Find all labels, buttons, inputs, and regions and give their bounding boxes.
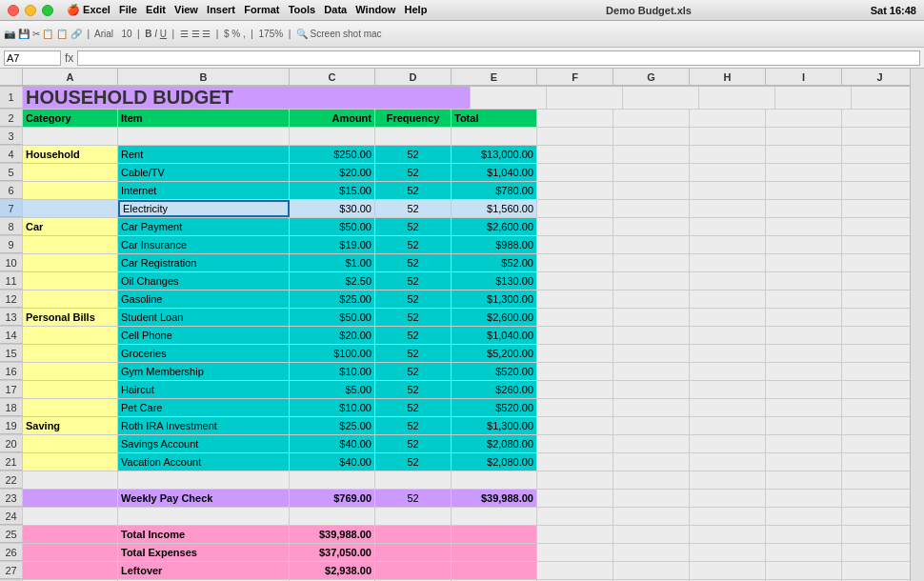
cell-16e[interactable]: $520.00 (452, 363, 537, 380)
col-header-g[interactable]: G (613, 69, 690, 86)
cell-5g[interactable] (613, 164, 690, 181)
cell-15d[interactable]: 52 (375, 345, 452, 362)
title-cell[interactable]: HOUSEHOLD BUDGET (23, 87, 471, 109)
cell-19c[interactable]: $25.00 (290, 417, 375, 434)
cell-13j[interactable] (842, 309, 910, 326)
cell-10h[interactable] (690, 254, 766, 271)
cell-20j[interactable] (842, 435, 910, 452)
cell-27c[interactable]: $2,938.00 (290, 562, 375, 579)
cell-13g[interactable] (613, 309, 690, 326)
cell-19j[interactable] (842, 417, 910, 434)
cell-11h[interactable] (690, 272, 766, 290)
cell-18e[interactable]: $520.00 (452, 399, 537, 416)
cell-7j[interactable] (842, 200, 910, 217)
cell-5f[interactable] (537, 164, 613, 181)
cell-22d[interactable] (375, 471, 452, 489)
cell-18i[interactable] (766, 399, 842, 416)
cell-27b[interactable]: Leftover (118, 562, 290, 579)
cell-2h[interactable] (690, 110, 766, 127)
cell-19f[interactable] (537, 417, 613, 434)
cell-7a[interactable] (23, 200, 118, 217)
cell-14d[interactable]: 52 (375, 327, 452, 344)
col-header-f[interactable]: F (537, 69, 613, 86)
cell-11a[interactable] (23, 272, 118, 290)
cell-13b[interactable]: Student Loan (118, 309, 290, 326)
cell-17b[interactable]: Haircut (118, 381, 290, 398)
cell-16i[interactable] (766, 363, 842, 380)
cell-18b[interactable]: Pet Care (118, 399, 290, 416)
cell-5b[interactable]: Cable/TV (118, 164, 290, 181)
cell-15f[interactable] (537, 345, 613, 362)
cell-8b[interactable]: Car Payment (118, 218, 290, 235)
cell-11f[interactable] (537, 272, 613, 290)
cell-14b[interactable]: Cell Phone (118, 327, 290, 344)
cell-12b[interactable]: Gasoline (118, 290, 290, 308)
col-header-j[interactable]: J (842, 69, 910, 86)
cell-21g[interactable] (613, 453, 690, 471)
cell-21h[interactable] (690, 453, 766, 471)
cell-6f[interactable] (537, 182, 613, 199)
cell-13h[interactable] (690, 309, 766, 326)
cell-4a[interactable]: Household (23, 146, 118, 163)
cell-21c[interactable]: $40.00 (290, 453, 375, 471)
cell-17d[interactable]: 52 (375, 381, 452, 398)
cell-25d[interactable] (375, 526, 452, 543)
cell-24h[interactable] (690, 508, 766, 525)
cell-23d[interactable]: 52 (375, 490, 452, 507)
cell-12c[interactable]: $25.00 (290, 290, 375, 308)
cell-26a[interactable] (23, 544, 118, 561)
cell-2b[interactable]: Item (118, 110, 290, 127)
cell-19a[interactable]: Saving (23, 417, 118, 434)
cell-11d[interactable]: 52 (375, 272, 452, 290)
cell-16b[interactable]: Gym Membership (118, 363, 290, 380)
cell-9g[interactable] (613, 236, 690, 253)
cell-5h[interactable] (690, 164, 766, 181)
cell-6b[interactable]: Internet (118, 182, 290, 199)
cell-2a[interactable]: Category (23, 110, 118, 127)
cell-7d[interactable]: 52 (375, 200, 452, 217)
col-header-a[interactable]: A (23, 69, 118, 86)
cell-2i[interactable] (766, 110, 842, 127)
cell-5i[interactable] (766, 164, 842, 181)
cell-5j[interactable] (842, 164, 910, 181)
cell-8d[interactable]: 52 (375, 218, 452, 235)
cell-26d[interactable] (375, 544, 452, 561)
cell-17h[interactable] (690, 381, 766, 398)
cell-3a[interactable] (23, 128, 118, 145)
cell-21i[interactable] (766, 453, 842, 471)
cell-18f[interactable] (537, 399, 613, 416)
cell-12g[interactable] (613, 290, 690, 308)
cell-24g[interactable] (613, 508, 690, 525)
cell-25f[interactable] (537, 526, 613, 543)
cell-3d[interactable] (375, 128, 452, 145)
cell-4j[interactable] (842, 146, 910, 163)
col-header-c[interactable]: C (290, 69, 375, 86)
cell-16j[interactable] (842, 363, 910, 380)
cell-25c[interactable]: $39,988.00 (290, 526, 375, 543)
cell-9c[interactable]: $19.00 (290, 236, 375, 253)
cell-3c[interactable] (290, 128, 375, 145)
cell-10a[interactable] (23, 254, 118, 271)
col-header-e[interactable]: E (452, 69, 537, 86)
cell-11j[interactable] (842, 272, 910, 290)
cell-26b[interactable]: Total Expenses (118, 544, 290, 561)
cell-4d[interactable]: 52 (375, 146, 452, 163)
cell-8g[interactable] (613, 218, 690, 235)
cell-14a[interactable] (23, 327, 118, 344)
vertical-scrollbar[interactable] (910, 69, 924, 581)
cell-16h[interactable] (690, 363, 766, 380)
cell-23b[interactable]: Weekly Pay Check (118, 490, 290, 507)
cell-16g[interactable] (613, 363, 690, 380)
cell-6j[interactable] (842, 182, 910, 199)
cell-12j[interactable] (842, 290, 910, 308)
cell-1f[interactable] (471, 87, 547, 109)
cell-18c[interactable]: $10.00 (290, 399, 375, 416)
cell-19d[interactable]: 52 (375, 417, 452, 434)
cell-13f[interactable] (537, 309, 613, 326)
cell-22g[interactable] (613, 471, 690, 489)
cell-23j[interactable] (842, 490, 910, 507)
cell-2j[interactable] (842, 110, 910, 127)
cell-1i[interactable] (699, 87, 775, 109)
cell-8c[interactable]: $50.00 (290, 218, 375, 235)
cell-11b[interactable]: Oil Changes (118, 272, 290, 290)
